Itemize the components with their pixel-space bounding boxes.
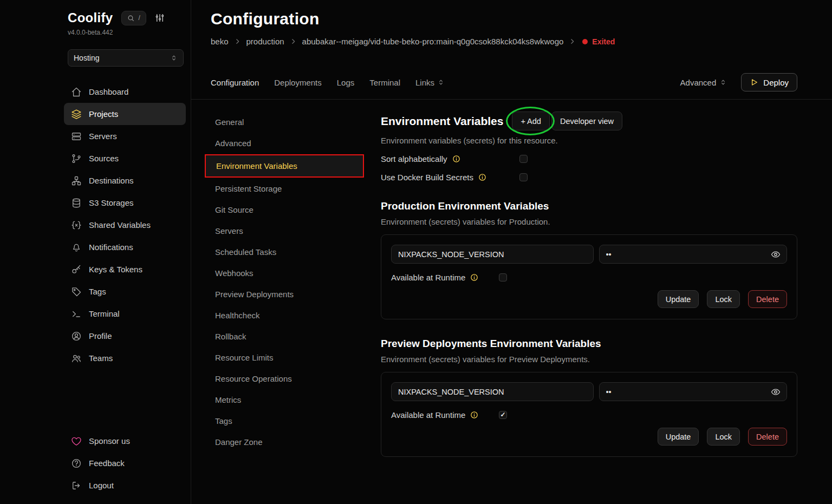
- subnav-item-git-source[interactable]: Git Source: [211, 199, 364, 220]
- subnav-item-persistent-storage[interactable]: Persistent Storage: [211, 178, 364, 199]
- environment-variables-panel: Environment Variables + Add Developer vi…: [381, 112, 797, 504]
- eye-icon: [771, 387, 781, 397]
- production-env-var-card: Available at Runtime Update Lock Delete: [381, 234, 797, 319]
- team-selector[interactable]: Hosting: [68, 49, 184, 67]
- subnav-item-healthcheck[interactable]: Healthcheck: [211, 305, 364, 326]
- network-icon: [71, 175, 82, 186]
- server-icon: [71, 131, 82, 142]
- add-button-wrap: + Add: [512, 112, 550, 130]
- subnav-item-danger-zone[interactable]: Danger Zone: [211, 431, 364, 453]
- subnav-item-metrics[interactable]: Metrics: [211, 389, 364, 410]
- subnav-item-general[interactable]: General: [211, 112, 364, 133]
- available-at-runtime-row: Available at Runtime: [391, 410, 787, 420]
- sidebar-item-profile[interactable]: Profile: [64, 325, 186, 347]
- sidebar-item-notifications[interactable]: Notifications: [64, 236, 186, 258]
- lock-button[interactable]: Lock: [707, 290, 740, 308]
- sidebar-item-destinations[interactable]: Destinations: [64, 169, 186, 192]
- breadcrumb-resource: abubakar--meigag/vid-tube-beko-pro:main-…: [302, 37, 564, 46]
- sidebar-spacer: [68, 369, 184, 416]
- env-var-name-input[interactable]: [391, 382, 594, 401]
- subnav-item-resource-operations[interactable]: Resource Operations: [211, 368, 364, 389]
- docker-build-secrets-checkbox[interactable]: [519, 173, 528, 181]
- sort-alphabetically-checkbox[interactable]: [519, 155, 528, 163]
- search-icon: [127, 15, 134, 22]
- reveal-value-button[interactable]: [771, 250, 781, 259]
- sidebar-item-shared-variables[interactable]: Shared Variables: [64, 214, 186, 236]
- tab-deployments[interactable]: Deployments: [274, 78, 322, 87]
- search-button[interactable]: /: [121, 11, 146, 25]
- add-variable-button[interactable]: + Add: [512, 112, 550, 130]
- reveal-value-button[interactable]: [771, 387, 781, 397]
- developer-view-button[interactable]: Developer view: [551, 112, 622, 130]
- play-icon: [750, 78, 758, 87]
- variable-icon: [71, 220, 82, 231]
- subnav-item-servers[interactable]: Servers: [211, 220, 364, 241]
- breadcrumb-environment[interactable]: production: [246, 37, 284, 46]
- info-icon[interactable]: [470, 411, 478, 419]
- tab-terminal[interactable]: Terminal: [369, 78, 400, 87]
- app-logo: Coolify: [68, 10, 113, 25]
- env-var-value-input[interactable]: [599, 382, 788, 401]
- subnav-item-tags[interactable]: Tags: [211, 410, 364, 431]
- subnav-item-preview-deployments[interactable]: Preview Deployments: [211, 284, 364, 305]
- users-icon: [71, 353, 82, 364]
- sidebar-item-teams[interactable]: Teams: [64, 347, 186, 369]
- panel-header: Environment Variables + Add Developer vi…: [381, 112, 797, 130]
- sidebar-item-terminal[interactable]: Terminal: [64, 303, 186, 325]
- sidebar-item-tags[interactable]: Tags: [64, 280, 186, 303]
- sidebar-item-projects[interactable]: Projects: [64, 103, 186, 125]
- update-button[interactable]: Update: [658, 428, 699, 446]
- sidebar-footer-nav: Sponsor us Feedback Logout: [68, 430, 184, 496]
- sort-alphabetically-label: Sort alphabetically: [381, 154, 447, 163]
- sidebar-item-s3-storages[interactable]: S3 Storages: [64, 192, 186, 214]
- available-at-runtime-label: Available at Runtime: [391, 410, 465, 420]
- subnav-item-environment-variables[interactable]: Environment Variables: [206, 155, 363, 176]
- tab-logs[interactable]: Logs: [337, 78, 355, 87]
- subnav-item-advanced[interactable]: Advanced: [211, 133, 364, 154]
- heart-icon: [71, 436, 82, 447]
- terminal-icon: [71, 309, 82, 319]
- delete-button[interactable]: Delete: [748, 290, 787, 308]
- sidebar: Coolify / v4.0.0-beta.442 Hosting Dashbo…: [0, 0, 191, 504]
- available-at-runtime-checkbox[interactable]: [499, 273, 507, 282]
- env-var-name-input[interactable]: [391, 245, 594, 264]
- subnav-item-resource-limits[interactable]: Resource Limits: [211, 347, 364, 368]
- sidebar-item-sources[interactable]: Sources: [64, 147, 186, 169]
- production-env-subtitle: Environment (secrets) variables for Prod…: [381, 217, 797, 226]
- coolify-app: { "colors": { "accent_yellow": "#fcd452"…: [0, 0, 832, 504]
- delete-button[interactable]: Delete: [748, 428, 787, 446]
- breadcrumb-project[interactable]: beko: [211, 37, 229, 46]
- sidebar-item-logout[interactable]: Logout: [64, 474, 186, 496]
- sidebar-item-sponsor-us[interactable]: Sponsor us: [64, 430, 186, 452]
- filters-button[interactable]: [155, 13, 165, 23]
- subnav-item-rollback[interactable]: Rollback: [211, 326, 364, 347]
- sidebar-item-keys-tokens[interactable]: Keys & Tokens: [64, 258, 186, 280]
- info-icon[interactable]: [478, 173, 486, 181]
- preview-env-var-card: Available at Runtime Update Lock Delete: [381, 372, 797, 457]
- chevron-up-down-icon: [719, 78, 727, 86]
- status-badge: Exited: [582, 37, 615, 46]
- configuration-content: General Advanced Environment Variables P…: [211, 100, 797, 504]
- update-button[interactable]: Update: [658, 290, 699, 308]
- help-icon: [71, 458, 82, 469]
- advanced-menu-button[interactable]: Advanced: [680, 78, 727, 87]
- home-icon: [71, 87, 82, 97]
- sidebar-nav: Dashboard Projects Servers Sources Desti…: [68, 81, 184, 369]
- env-var-value-input[interactable]: [599, 245, 788, 264]
- available-at-runtime-checkbox[interactable]: [499, 411, 507, 419]
- env-vars-subtitle: Environment variables (secrets) for this…: [381, 136, 797, 145]
- deploy-button[interactable]: Deploy: [741, 73, 797, 91]
- config-subnav: General Advanced Environment Variables P…: [211, 112, 364, 504]
- docker-build-secrets-label: Use Docker Build Secrets: [381, 173, 473, 182]
- subnav-item-scheduled-tasks[interactable]: Scheduled Tasks: [211, 241, 364, 263]
- info-icon[interactable]: [470, 273, 478, 282]
- tab-links[interactable]: Links: [415, 78, 445, 87]
- sidebar-item-feedback[interactable]: Feedback: [64, 452, 186, 474]
- info-icon[interactable]: [452, 155, 460, 163]
- git-branch-icon: [71, 153, 82, 164]
- subnav-item-webhooks[interactable]: Webhooks: [211, 263, 364, 284]
- sidebar-item-servers[interactable]: Servers: [64, 125, 186, 147]
- lock-button[interactable]: Lock: [707, 428, 740, 446]
- sidebar-item-dashboard[interactable]: Dashboard: [64, 81, 186, 103]
- tab-configuration[interactable]: Configuration: [211, 78, 259, 87]
